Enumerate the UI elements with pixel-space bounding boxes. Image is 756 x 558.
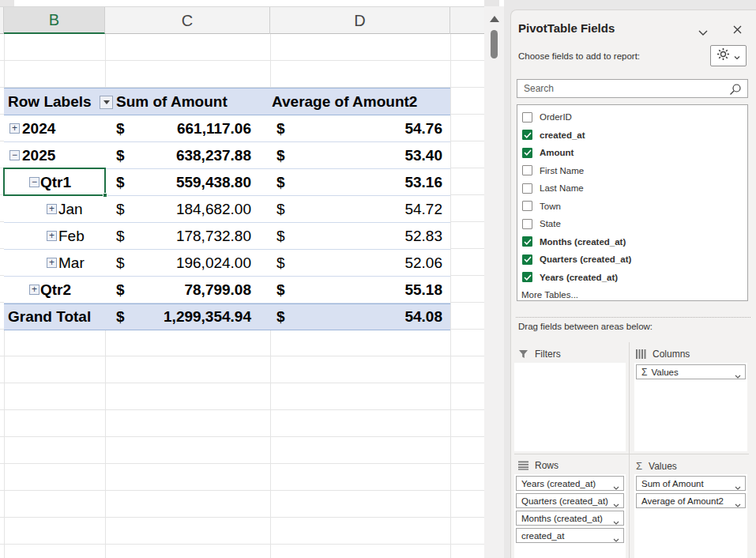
pivot-cell-sum[interactable]: $638,237.88 (105, 142, 270, 168)
field-pill[interactable]: Months (created_at) (516, 511, 624, 526)
field-list-item[interactable]: Quarters (created_at) (517, 251, 747, 269)
chevron-down-icon[interactable] (735, 500, 741, 508)
currency-symbol: $ (116, 120, 125, 138)
chevron-down-icon[interactable] (613, 517, 619, 526)
area-gutter-vertical (629, 342, 630, 558)
unchecked-checkbox[interactable] (522, 165, 532, 175)
pane-divider (516, 317, 750, 318)
pivot-cell-label[interactable]: +Jan (4, 196, 105, 222)
expand-icon[interactable]: + (47, 231, 57, 241)
chevron-down-icon[interactable] (735, 482, 741, 491)
field-pill[interactable]: Average of Amount2 (636, 493, 746, 508)
field-list-item[interactable]: Town (517, 198, 747, 216)
checked-checkbox[interactable] (522, 148, 532, 158)
field-list-item[interactable]: Months (created_at) (517, 233, 747, 251)
currency-symbol: $ (116, 174, 125, 191)
currency-symbol: $ (276, 201, 285, 218)
more-tables-link[interactable]: More Tables... (517, 286, 747, 301)
gridline (450, 34, 451, 558)
pivot-cell-sum[interactable]: $78,799.08 (105, 277, 270, 303)
field-list-item[interactable]: State (517, 215, 747, 233)
chevron-down-icon[interactable] (698, 25, 709, 40)
pivot-cell-sum[interactable]: $559,438.80 (105, 169, 270, 195)
pivot-header-sum[interactable]: Sum of Amount (105, 89, 270, 115)
column-header-b[interactable]: B (4, 7, 105, 34)
column-header-d[interactable]: D (270, 7, 450, 34)
pivot-cell-label[interactable]: Grand Total (4, 304, 105, 330)
fill-handle[interactable] (103, 193, 107, 198)
vertical-scrollbar[interactable] (484, 6, 504, 558)
checked-checkbox[interactable] (522, 130, 532, 140)
tools-button[interactable] (710, 45, 747, 66)
field-list-item[interactable]: OrderID (517, 108, 747, 126)
values-drop-zone[interactable]: Sum of AmountAverage of Amount2 (634, 474, 747, 558)
currency-symbol: $ (116, 308, 125, 326)
pivot-cell-label[interactable]: +Qtr2 (4, 277, 105, 303)
sum-value: 1,299,354.94 (164, 308, 251, 326)
field-list-item[interactable]: Amount (517, 144, 747, 162)
chevron-down-icon[interactable] (613, 500, 619, 508)
field-pill[interactable]: Sum of Amount (636, 476, 746, 491)
pivot-cell-label[interactable]: +Feb (4, 223, 105, 249)
field-label: Town (540, 202, 561, 211)
pivot-cell-sum[interactable]: $184,682.00 (105, 196, 270, 222)
unchecked-checkbox[interactable] (522, 201, 532, 211)
expand-icon[interactable]: + (29, 285, 39, 295)
pivot-cell-avg[interactable]: $52.83 (270, 223, 450, 249)
pivot-cell-label[interactable]: +2024 (4, 115, 105, 141)
columns-drop-zone[interactable]: ΣValues (634, 363, 747, 451)
column-header-e-sliver[interactable] (450, 7, 484, 34)
field-list-item[interactable]: created_at (517, 126, 747, 145)
pivot-cell-avg[interactable]: $54.72 (270, 196, 450, 222)
chevron-down-icon[interactable] (735, 371, 741, 379)
field-list-item[interactable]: Years (created_at) (517, 269, 747, 287)
currency-symbol: $ (116, 201, 125, 218)
filters-drop-zone[interactable] (514, 363, 626, 451)
field-list-item[interactable]: First Name (517, 162, 747, 180)
pivot-header-avg[interactable]: Average of Amount2 (270, 89, 450, 115)
pivot-cell-avg[interactable]: $55.18 (270, 277, 450, 303)
field-search[interactable] (517, 79, 748, 98)
chevron-down-icon[interactable] (613, 482, 619, 491)
checked-checkbox[interactable] (522, 272, 532, 282)
field-label: OrderID (540, 112, 572, 122)
pivot-cell-sum[interactable]: $178,732.80 (105, 223, 270, 249)
pivot-row-label: Mar (58, 254, 85, 272)
pill-label: created_at (521, 531, 564, 541)
unchecked-checkbox[interactable] (522, 219, 532, 229)
pivot-header-row-labels[interactable]: Row Labels (4, 89, 105, 115)
unchecked-checkbox[interactable] (522, 183, 532, 194)
pivot-cell-avg[interactable]: $54.76 (270, 115, 450, 141)
scrollbar-thumb[interactable] (491, 30, 498, 58)
excel-window: B C D Row LabelsSum of AmountAverage of … (0, 0, 756, 558)
close-icon[interactable] (732, 24, 743, 38)
collapse-icon[interactable]: − (9, 150, 20, 160)
pivot-cell-sum[interactable]: $196,024.00 (105, 250, 270, 276)
pivot-cell-sum[interactable]: $1,299,354.94 (105, 304, 270, 330)
field-pill[interactable]: Quarters (created_at) (516, 493, 624, 508)
expand-icon[interactable]: + (47, 258, 57, 268)
scroll-up-arrow-icon[interactable] (490, 16, 499, 22)
pivot-cell-avg[interactable]: $52.06 (270, 250, 450, 276)
pivot-cell-sum[interactable]: $661,117.06 (105, 115, 270, 141)
checked-checkbox[interactable] (522, 254, 532, 265)
pivot-cell-label[interactable]: −2025 (4, 142, 105, 168)
expand-icon[interactable]: + (47, 204, 57, 214)
chevron-down-icon[interactable] (613, 534, 619, 543)
field-pill[interactable]: Years (created_at) (516, 476, 624, 491)
unchecked-checkbox[interactable] (522, 112, 532, 123)
expand-icon[interactable]: + (9, 123, 20, 134)
column-header-c[interactable]: C (105, 7, 270, 34)
field-list-item[interactable]: Last Name (517, 179, 747, 198)
rows-drop-zone[interactable]: Years (created_at)Quarters (created_at)M… (514, 474, 626, 558)
pivot-cell-avg[interactable]: $53.16 (270, 169, 450, 195)
pivot-cell-avg[interactable]: $54.08 (270, 304, 450, 330)
field-pill[interactable]: created_at (516, 528, 624, 543)
checked-checkbox[interactable] (522, 236, 532, 247)
search-input[interactable] (517, 80, 747, 97)
field-pill[interactable]: ΣValues (636, 364, 746, 379)
pivot-cell-label[interactable]: +Mar (4, 250, 105, 276)
field-label: Months (created_at) (540, 237, 626, 247)
pivot-cell-avg[interactable]: $53.40 (270, 142, 450, 168)
formula-bar[interactable] (14, 0, 484, 6)
